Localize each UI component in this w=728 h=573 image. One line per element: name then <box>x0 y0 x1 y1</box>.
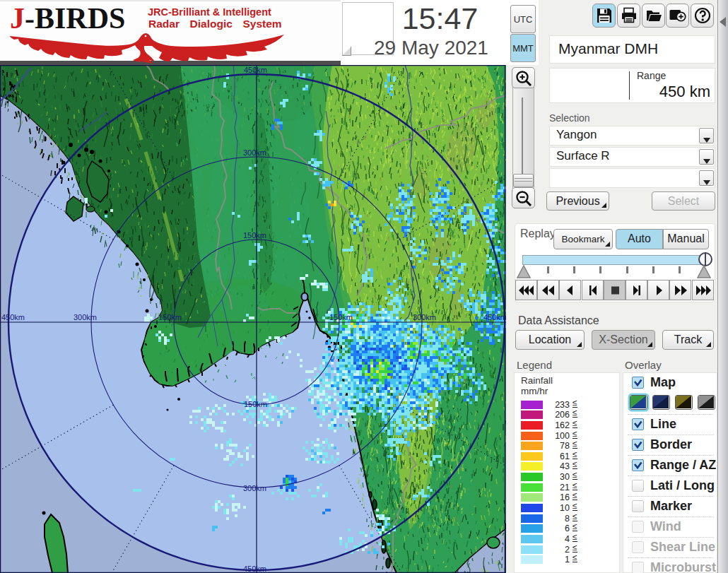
svg-text:300km: 300km <box>243 484 266 492</box>
svg-text:150km: 150km <box>243 231 266 240</box>
svg-text:300km: 300km <box>74 313 97 321</box>
svg-text:450km: 450km <box>483 313 506 321</box>
svg-text:300km: 300km <box>243 148 266 157</box>
svg-text:150km: 150km <box>329 313 353 321</box>
svg-text:450km: 450km <box>244 66 267 74</box>
svg-text:300km: 300km <box>413 313 436 321</box>
svg-text:450km: 450km <box>243 565 266 573</box>
svg-text:150km: 150km <box>244 400 267 408</box>
svg-text:450km: 450km <box>1 313 25 321</box>
svg-text:150km: 150km <box>158 313 182 321</box>
